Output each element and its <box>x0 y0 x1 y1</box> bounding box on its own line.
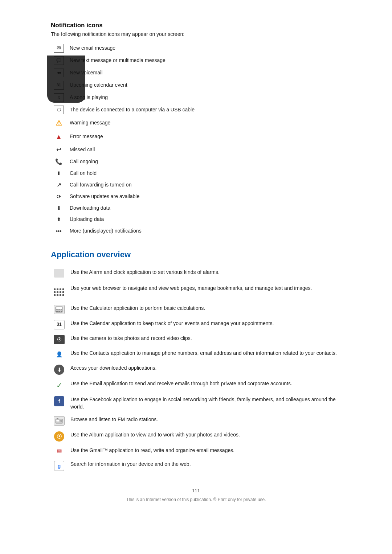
notif-row-uploading: ⬆ Uploading data <box>51 214 341 225</box>
app-desc-facebook: Use the Facebook application to engage i… <box>68 393 341 413</box>
app-icon-downloads: ⬇ <box>51 362 68 377</box>
app-row-email: ✓ Use the Email application to send and … <box>51 377 341 393</box>
app-row-downloads: ⬇ Access your downloaded applications. <box>51 362 341 377</box>
svg-rect-9 <box>56 420 59 422</box>
notif-row-missed-call: ↩ Missed call <box>51 144 341 156</box>
notif-row-voicemail: ●● New voicemail <box>51 67 341 79</box>
app-overview-table: Use the Alarm and clock application to s… <box>51 266 341 474</box>
app-overview-title: Application overview <box>51 250 341 259</box>
app-icon-gmail: ✉ <box>51 444 68 458</box>
notif-desc-call-forwarding: Call forwarding is turned on <box>67 179 341 191</box>
app-icon-search: g <box>51 458 68 473</box>
svg-rect-1 <box>56 307 62 309</box>
notif-icon-call-ongoing: 📞 <box>51 156 67 168</box>
svg-rect-3 <box>58 309 60 310</box>
notif-desc-sms: New text message or multimedia message <box>67 54 341 67</box>
notif-icon-usb: ⎔ <box>51 104 67 116</box>
app-desc-contacts: Use the Contacts application to manage p… <box>68 347 341 362</box>
notif-row-more: ••• More (undisplayed) notifications <box>51 225 341 237</box>
app-desc-fm-radio: Browse and listen to FM radio stations. <box>68 413 341 428</box>
notif-desc-missed-call: Missed call <box>67 144 341 156</box>
notif-row-call-hold: ⏸ Call on hold <box>51 168 341 179</box>
notif-desc-call-hold: Call on hold <box>67 168 341 179</box>
notif-row-call-forwarding: ↗ Call forwarding is turned on <box>51 179 341 191</box>
app-desc-search: Search for information in your device an… <box>68 458 341 473</box>
notif-desc-sw-updates: Software updates are available <box>67 191 341 202</box>
notification-table: ✉ New email message 💬 New text message o… <box>51 42 341 237</box>
app-row-facebook: f Use the Facebook application to engage… <box>51 393 341 413</box>
notif-icon-uploading: ⬆ <box>51 214 67 225</box>
notif-row-downloading: ⬇ Downloading data <box>51 202 341 214</box>
app-desc-camera: Use the camera to take photos and record… <box>68 332 341 347</box>
notif-row-warning: ⚠ Warning message <box>51 116 341 130</box>
app-icon-fm-radio <box>51 413 68 428</box>
app-icon-email: ✓ <box>51 377 68 393</box>
app-icon-calendar: 31 <box>51 317 68 332</box>
svg-point-10 <box>61 420 62 422</box>
notif-icon-warning: ⚠ <box>51 116 67 130</box>
notif-desc-more: More (undisplayed) notifications <box>67 225 341 237</box>
notif-desc-uploading: Uploading data <box>67 214 341 225</box>
app-desc-calculator: Use the Calculator application to perfor… <box>68 302 341 317</box>
notification-intro: The following notification icons may app… <box>51 31 341 37</box>
app-row-contacts: 👤 Use the Contacts application to manage… <box>51 347 341 362</box>
notif-icon-error: ▲ <box>51 130 67 144</box>
app-row-browser: Use your web browser to navigate and vie… <box>51 282 341 302</box>
app-row-search: g Search for information in your device … <box>51 458 341 473</box>
app-icon-browser <box>51 282 68 302</box>
notif-icon-sw-updates: ⟳ <box>51 191 67 202</box>
app-icon-calculator <box>51 302 68 317</box>
app-row-camera: ⦿ Use the camera to take photos and reco… <box>51 332 341 347</box>
notif-desc-calendar: Upcoming calendar event <box>67 79 341 91</box>
notif-row-email: ✉ New email message <box>51 42 341 54</box>
notif-desc-email: New email message <box>67 42 341 54</box>
notif-desc-voicemail: New voicemail <box>67 67 341 79</box>
notif-desc-music: A song is playing <box>67 91 341 104</box>
notif-icon-email: ✉ <box>51 42 67 54</box>
notif-row-usb: ⎔ The device is connected to a computer … <box>51 104 341 116</box>
svg-rect-6 <box>58 311 60 312</box>
notif-desc-call-ongoing: Call ongoing <box>67 156 341 168</box>
app-icon-album: ⦿ <box>51 428 68 444</box>
app-desc-gmail: Use the Gmail™ application to read, writ… <box>68 444 341 458</box>
svg-rect-4 <box>61 309 62 310</box>
app-desc-alarm: Use the Alarm and clock application to s… <box>68 266 341 282</box>
notif-desc-usb: The device is connected to a computer vi… <box>67 104 341 116</box>
notif-icon-missed-call: ↩ <box>51 144 67 156</box>
notif-desc-error: Error message <box>67 130 341 144</box>
notif-desc-downloading: Downloading data <box>67 202 341 214</box>
app-overview-section: Application overview Use the Alarm and c… <box>51 250 341 474</box>
app-icon-facebook: f <box>51 393 68 413</box>
app-icon-camera: ⦿ <box>51 332 68 347</box>
app-icon-contacts: 👤 <box>51 347 68 362</box>
app-desc-downloads: Access your downloaded applications. <box>68 362 341 377</box>
notif-desc-warning: Warning message <box>67 116 341 130</box>
app-row-fm-radio: Browse and listen to FM radio stations. <box>51 413 341 428</box>
notif-icon-downloading: ⬇ <box>51 202 67 214</box>
app-desc-browser: Use your web browser to navigate and vie… <box>68 282 341 302</box>
notification-section-title: Notification icons <box>51 22 341 29</box>
app-desc-calendar: Use the Calendar application to keep tra… <box>68 317 341 332</box>
app-desc-album: Use the Album application to view and to… <box>68 428 341 444</box>
app-row-gmail: ✉ Use the Gmail™ application to read, wr… <box>51 444 341 458</box>
notif-icon-call-hold: ⏸ <box>51 168 67 179</box>
app-desc-email: Use the Email application to send and re… <box>68 377 341 393</box>
app-row-calendar: 31 Use the Calendar application to keep … <box>51 317 341 332</box>
notif-icon-more: ••• <box>51 225 67 237</box>
svg-rect-5 <box>56 311 58 312</box>
app-icon-alarm <box>51 266 68 282</box>
notif-row-call-ongoing: 📞 Call ongoing <box>51 156 341 168</box>
app-row-album: ⦿ Use the Album application to view and … <box>51 428 341 444</box>
notif-row-sw-updates: ⟳ Software updates are available <box>51 191 341 202</box>
notif-row-error: ▲ Error message <box>51 130 341 144</box>
app-row-alarm: Use the Alarm and clock application to s… <box>51 266 341 282</box>
app-row-calculator: Use the Calculator application to perfor… <box>51 302 341 317</box>
notif-row-calendar: 31 Upcoming calendar event <box>51 79 341 91</box>
notif-row-music: ♫ A song is playing <box>51 91 341 104</box>
page-number: 111 <box>51 488 341 493</box>
footer-text: This is an Internet version of this publ… <box>51 497 341 502</box>
svg-rect-2 <box>56 309 58 310</box>
notif-row-sms: 💬 New text message or multimedia message <box>51 54 341 67</box>
notif-icon-call-forwarding: ↗ <box>51 179 67 191</box>
svg-rect-7 <box>61 311 62 312</box>
